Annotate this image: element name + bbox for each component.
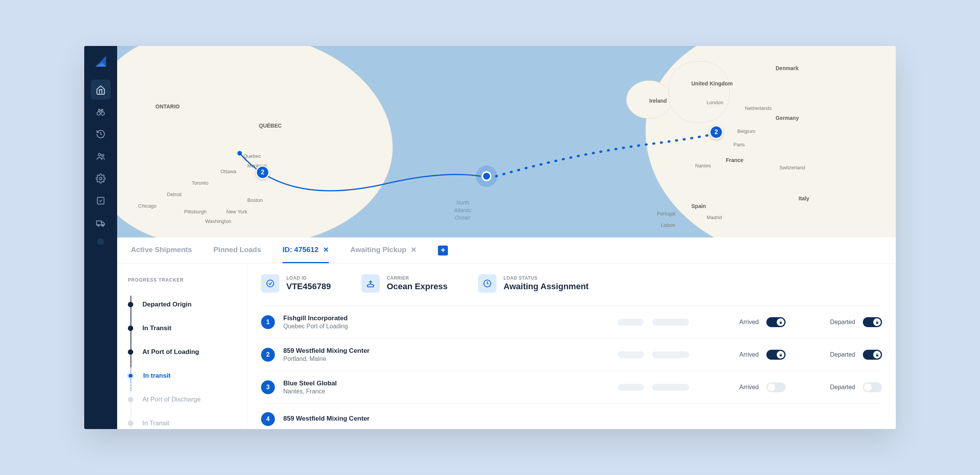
card-carrier: CARRIER Ocean Express (361, 274, 448, 293)
nav-checklist[interactable] (91, 191, 111, 211)
map-label: Nantes (695, 163, 711, 169)
departed-toggle[interactable] (863, 350, 882, 360)
tracker-step[interactable]: At Port of Loading (128, 340, 236, 364)
tracker-list: Departed Origin In Transit At Port of Lo… (128, 293, 236, 429)
nav-indicator-dot (97, 238, 104, 245)
checkbox-icon (96, 196, 106, 206)
svg-point-10 (102, 224, 103, 226)
arrived-label: Arrived (739, 319, 759, 326)
nav-home[interactable] (91, 80, 111, 100)
nav-team[interactable] (91, 146, 111, 166)
map-label: ONTARIO (155, 103, 180, 110)
stop-name: 859 Westfield Mixing Center (283, 415, 882, 423)
stop-row[interactable]: 2 859 Westfield Mixing Center Portland, … (261, 338, 882, 371)
stop-row[interactable]: 3 Blue Steel Global Nantes, France Arriv… (261, 371, 882, 403)
route-map[interactable]: ONTARIO QUÉBEC United Kingdom Ireland Fr… (117, 46, 896, 238)
tracker-step[interactable]: Departed Origin (128, 293, 236, 316)
card-value: Ocean Express (387, 282, 448, 292)
tracker-step-current[interactable]: In transit (128, 364, 236, 388)
step-dot-icon (128, 397, 133, 402)
header-cards: LOAD ID VTE456789 CARRIER Ocean Express (261, 274, 882, 293)
map-label: New York (226, 209, 247, 215)
map-label: Ottawa (220, 169, 236, 174)
stop-number-badge: 2 (261, 348, 275, 362)
placeholder (618, 319, 644, 326)
tab-load-detail[interactable]: ID: 475612 ✕ (283, 238, 329, 263)
tracker-step[interactable]: In Transit (128, 316, 236, 340)
waypoint-badge[interactable]: 2 (709, 125, 723, 139)
arrived-toggle[interactable] (766, 350, 786, 360)
map-label: Portugal (657, 211, 675, 216)
stop-number-badge: 4 (261, 412, 275, 426)
add-tab-button[interactable]: + (438, 246, 448, 256)
app-logo (92, 53, 109, 70)
map-label: Madrid (707, 215, 722, 220)
svg-point-2 (97, 112, 100, 115)
step-dot-icon (128, 326, 133, 331)
tab-pinned-loads[interactable]: Pinned Loads (213, 238, 261, 263)
map-label: Netherlands (745, 105, 772, 111)
tab-label: Active Shipments (131, 246, 192, 254)
nav-truck[interactable] (91, 213, 111, 233)
origin-marker[interactable] (237, 151, 242, 156)
card-value: VTE456789 (286, 282, 331, 292)
map-label: Ireland (649, 98, 667, 104)
stop-name: Fishgill Incorporated (283, 314, 609, 322)
nav-history[interactable] (91, 124, 111, 144)
stop-number-badge: 1 (261, 315, 275, 329)
history-icon (96, 129, 106, 139)
close-icon[interactable]: ✕ (411, 246, 416, 254)
tracker-step[interactable]: In Transit (128, 411, 236, 429)
lock-icon (779, 320, 783, 324)
gear-icon (96, 174, 106, 183)
stop-number-badge: 3 (261, 380, 275, 394)
ship-current-position[interactable] (476, 165, 497, 187)
tracker-title: PROGRESS TRACKER (128, 277, 236, 283)
stop-location: Quebec Port of Loading (283, 323, 609, 330)
ship-icon (361, 274, 380, 293)
step-dot-icon (128, 302, 133, 307)
arrived-toggle[interactable] (766, 382, 786, 392)
map-label: Germany (776, 115, 799, 121)
tab-awaiting-pickup[interactable]: Awaiting Pickup ✕ (350, 238, 416, 263)
stop-row[interactable]: 1 Fishgill Incorporated Quebec Port of L… (261, 306, 882, 338)
nav-binoculars[interactable] (91, 102, 111, 122)
card-load-status: LOAD STATUS Awaiting Assignment (478, 274, 588, 293)
card-label: CARRIER (387, 275, 448, 281)
nav-settings[interactable] (91, 169, 111, 188)
arrived-toggle[interactable] (766, 317, 786, 327)
arrived-label: Arrived (739, 351, 759, 358)
clock-icon (478, 274, 497, 293)
step-dot-icon (128, 349, 133, 355)
map-label: Lisbon (661, 222, 675, 228)
stop-location: Nantes, France (283, 388, 609, 395)
step-label: Departed Origin (142, 301, 191, 308)
progress-tracker-panel: PROGRESS TRACKER Departed Origin In Tran… (117, 264, 247, 429)
departed-toggle[interactable] (863, 317, 882, 327)
tab-active-shipments[interactable]: Active Shipments (131, 238, 192, 263)
map-label: London (707, 100, 723, 105)
map-label: Detroit (167, 192, 181, 197)
map-label: Switzerland (779, 165, 805, 170)
stop-location: Portland, Maine (283, 355, 609, 362)
waypoint-badge[interactable]: 2 (256, 165, 270, 179)
card-label: LOAD ID (286, 275, 331, 281)
placeholder (652, 384, 689, 391)
check-circle-icon (261, 274, 279, 293)
placeholder (618, 384, 644, 391)
stop-row[interactable]: 4 859 Westfield Mixing Center (261, 403, 882, 429)
departed-toggle[interactable] (863, 382, 882, 392)
card-load-id: LOAD ID VTE456789 (261, 274, 331, 293)
card-label: LOAD STATUS (503, 275, 588, 281)
team-icon (96, 151, 106, 161)
stop-name: 859 Westfield Mixing Center (283, 347, 609, 355)
tracker-step[interactable]: At Port of Discharge (128, 388, 236, 411)
map-label: Toronto (192, 180, 208, 186)
lock-icon (875, 353, 879, 357)
step-dot-icon (128, 421, 133, 426)
close-icon[interactable]: ✕ (323, 246, 329, 254)
map-label: Denmark (776, 65, 799, 71)
svg-point-9 (98, 224, 99, 226)
detail-content: PROGRESS TRACKER Departed Origin In Tran… (117, 264, 896, 429)
departed-label: Departed (830, 319, 855, 326)
